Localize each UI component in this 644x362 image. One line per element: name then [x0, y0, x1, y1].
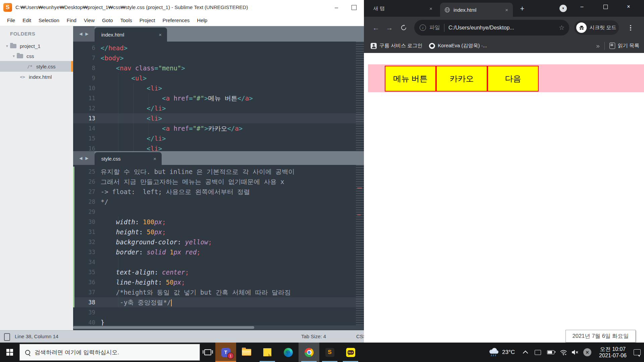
code-line[interactable]: 27-> float: left; 사용으로 왼쪽에서부터 정렬 [73, 187, 364, 197]
code-line[interactable]: 13 <li> [73, 113, 364, 123]
chevron-down-icon[interactable]: ▼ [5, 44, 10, 48]
close-icon[interactable]: × [153, 156, 162, 162]
menu-item[interactable]: Goto [98, 17, 117, 23]
scrollbar-thumb[interactable] [73, 326, 254, 329]
minimap-bottom[interactable] [356, 165, 364, 325]
tree-item-project-1[interactable]: ▼ project_1 [0, 41, 73, 51]
taskbar-app-sublime[interactable]: S [319, 343, 340, 362]
taskbar-app-file-explorer[interactable] [236, 343, 257, 362]
code-line[interactable]: 14 <a href="#">카카오</a> [73, 123, 364, 133]
start-button[interactable] [0, 343, 19, 362]
battery-icon[interactable] [547, 350, 554, 354]
menu-item[interactable]: Help [193, 17, 211, 23]
tab-new-tab[interactable]: 새 탭 × [367, 0, 437, 17]
minimize-button[interactable]: – [576, 0, 588, 13]
code-line[interactable]: 32 background-color: yellow; [73, 237, 364, 247]
back-icon[interactable]: ← [370, 17, 382, 39]
horizontal-scrollbar[interactable] [73, 325, 364, 329]
rotation-lock-icon[interactable] [535, 350, 541, 355]
close-button[interactable]: × [623, 0, 634, 13]
code-line[interactable]: 12 </li> [73, 103, 364, 113]
taskbar-clock[interactable]: 오전 10:07 2021-07-06 [597, 346, 629, 359]
code-line[interactable]: 36 line-height: 50px; [73, 277, 364, 287]
volume-muted-icon[interactable] [571, 349, 579, 355]
tab-size-indicator[interactable]: Tab Size: 4 [301, 334, 326, 339]
prev-tab-icon[interactable]: ◀ [79, 32, 82, 36]
pane-nav-arrows[interactable]: ◀ ▶ [73, 151, 95, 165]
new-tab-button[interactable]: + [518, 4, 527, 13]
code-line[interactable]: 31 height: 50px; [73, 227, 364, 237]
close-icon[interactable]: × [159, 32, 167, 38]
code-line[interactable]: 34 [73, 257, 364, 267]
reading-list-button[interactable]: 읽기 목록 [618, 43, 639, 49]
bookmark-cloud-login[interactable]: 구름 서비스 로그인 [371, 43, 422, 49]
menu-item[interactable]: Selection [35, 17, 63, 23]
menu-item[interactable]: Project [136, 17, 159, 23]
taskbar-app-sticky-notes[interactable] [257, 343, 278, 362]
menu-item[interactable]: Preferences [159, 17, 193, 23]
tree-item-index-html[interactable]: <> index.html [0, 72, 73, 82]
tab-index-html[interactable]: index.html × [95, 27, 167, 42]
code-line[interactable]: 7<body> [73, 53, 364, 63]
bookmark-star-icon[interactable]: ☆ [559, 24, 565, 32]
menu-item[interactable]: Edit [19, 17, 35, 23]
disabled-status-icon[interactable]: ✕ [583, 348, 591, 356]
syntax-indicator[interactable]: CSS [356, 334, 364, 339]
info-icon[interactable]: i [420, 24, 426, 31]
menu-item[interactable]: Find [63, 17, 80, 23]
page-menu-button[interactable]: 다음 [487, 66, 539, 92]
close-icon[interactable]: × [505, 7, 513, 13]
menu-item[interactable]: View [80, 17, 98, 23]
code-line[interactable]: 25유지할 수 있다. but inline 은 기본적으로 각 사이에 공백이 [73, 167, 364, 177]
tree-item-style-css[interactable]: /* style.css [0, 61, 73, 72]
weather-temperature[interactable]: 23°C [502, 349, 515, 356]
tab-search-button[interactable]: ▼ [559, 5, 567, 12]
editor-style-css[interactable]: 25유지할 수 있다. but inline 은 기본적으로 각 사이에 공백이… [73, 165, 364, 329]
reload-icon[interactable] [397, 17, 410, 39]
weather-rain-icon[interactable] [488, 348, 499, 357]
forward-icon[interactable]: → [383, 17, 395, 39]
code-line[interactable]: 10 <li> [73, 83, 364, 93]
taskbar-app-chrome[interactable] [299, 343, 319, 362]
bookmarks-overflow-icon[interactable]: » [596, 42, 600, 50]
action-center-icon[interactable] [634, 349, 641, 355]
code-line[interactable]: 6</head> [73, 43, 364, 53]
browser-menu-icon[interactable] [628, 23, 634, 32]
menu-item[interactable]: File [3, 17, 19, 23]
close-icon[interactable]: × [429, 6, 437, 11]
prev-tab-icon[interactable]: ◀ [79, 156, 82, 161]
code-line[interactable]: 15 </li> [73, 133, 364, 143]
maximize-button[interactable] [352, 5, 357, 10]
bookmark-github[interactable]: KoreaEva (김영욱) ·... [429, 43, 487, 49]
url-text[interactable]: C:/Users/eunhye/Desktop... [448, 25, 514, 31]
taskbar-app-teams[interactable]: T 1 [215, 343, 236, 362]
minimize-button[interactable]: – [330, 0, 342, 15]
wifi-icon[interactable] [560, 349, 567, 355]
pane-nav-arrows[interactable]: ◀ ▶ [73, 26, 95, 42]
menu-item[interactable]: Tools [117, 17, 136, 23]
code-line[interactable]: 26그래서 지금 만들고자하는 메뉴는 공백이 없기때문에 사용 x [73, 177, 364, 187]
code-line[interactable]: 33 border: solid 1px red; [73, 247, 364, 257]
taskbar-search-box[interactable]: 검색하려면 여기에 입력하십시오. [19, 344, 200, 361]
next-tab-icon[interactable]: ▶ [86, 156, 89, 161]
code-line[interactable]: 37 /*height와 동일 값 넣기 but 간혹 서체에 따라 달라짐 [73, 287, 364, 297]
next-tab-icon[interactable]: ▶ [86, 32, 89, 36]
hidden-icons-chevron[interactable] [523, 350, 528, 356]
page-menu-button[interactable]: 카카오 [436, 66, 487, 92]
address-bar[interactable]: i 파일 C:/Users/eunhye/Desktop... ☆ [414, 20, 569, 36]
code-line[interactable]: 29 [73, 207, 364, 217]
task-view-button[interactable] [200, 343, 215, 362]
editor-index-html[interactable]: 6</head>7<body>8 <nav class="menu">9 <ul… [73, 42, 364, 153]
page-menu-button[interactable]: 메뉴 버튼 [385, 66, 436, 92]
tab-style-css[interactable]: style.css × [95, 152, 162, 165]
code-line[interactable]: 38 -y축 중앙정렬*/ [73, 297, 364, 307]
taskbar-app-edge[interactable] [278, 343, 299, 362]
chevron-down-icon[interactable]: ▼ [12, 54, 17, 58]
code-line[interactable]: 28*/ [73, 197, 364, 207]
code-line[interactable]: 8 <nav class="menu"> [73, 63, 364, 73]
tab-index-html[interactable]: index.html × [440, 3, 513, 17]
tree-item-css-folder[interactable]: ▼ css [0, 51, 73, 61]
code-line[interactable]: 9 <ul> [73, 73, 364, 83]
code-line[interactable]: 35 text-align: center; [73, 267, 364, 277]
taskbar-app-kakaotalk[interactable]: TALK [340, 343, 361, 362]
